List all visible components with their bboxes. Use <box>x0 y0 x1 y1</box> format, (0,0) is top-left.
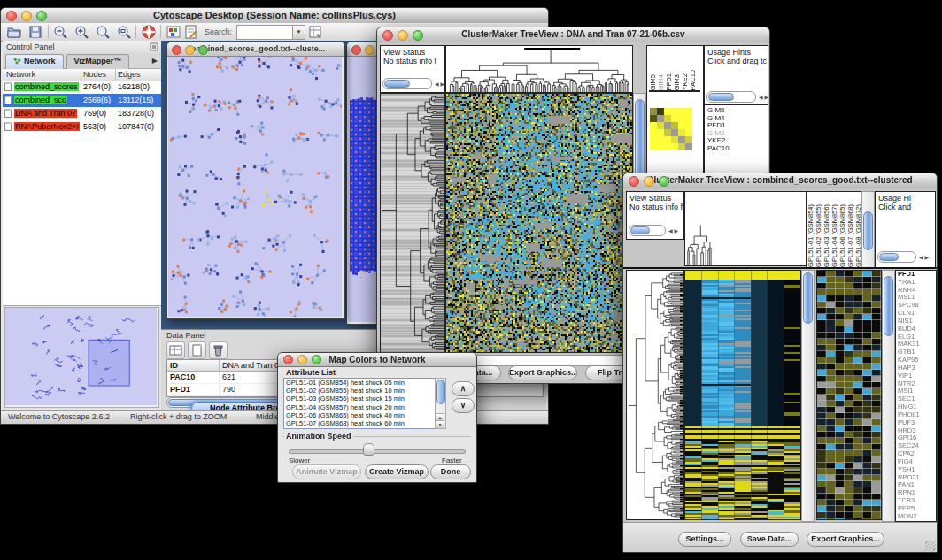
dna-column-label[interactable]: GIM3 <box>673 74 681 90</box>
combined-column-label[interactable]: GPL51-01 (GSM854) <box>807 204 815 267</box>
combined-action-button[interactable]: Settings... <box>678 532 731 547</box>
dialog-button[interactable]: Animate Vizmap <box>292 464 361 479</box>
network-edges: 183728(0) <box>118 107 154 120</box>
main-traffic-lights[interactable] <box>6 11 47 21</box>
network-list-empty[interactable] <box>3 135 161 306</box>
combined-action-button[interactable]: Save Data... <box>740 532 799 547</box>
dna-column-dendrogram[interactable] <box>445 45 633 93</box>
combined-action-button[interactable]: Export Graphics... <box>807 532 884 547</box>
combined-view-status-panel: View StatusNo status info f ◀▶ <box>626 191 684 240</box>
combined-column-label[interactable]: GPL51-04 (GSM857) <box>830 204 838 267</box>
search-dropdown-icon[interactable]: ▼ <box>292 25 305 40</box>
gene-label[interactable]: MON2 <box>896 513 936 521</box>
network-file-icon <box>4 82 13 91</box>
attribute-list[interactable]: GPL51-01 (GSM854) heat shock 05 minGPL51… <box>283 378 446 429</box>
combined-status-scrollbar[interactable]: ◀▶ <box>629 226 680 235</box>
dna-similarity-matrix[interactable] <box>650 108 692 150</box>
float-panel-icon[interactable] <box>150 42 158 51</box>
annotation-icon[interactable] <box>183 24 199 40</box>
dna-column-label[interactable]: GIM5 <box>649 74 657 90</box>
combined-column-label[interactable]: GPL51-07 (GSM868) <box>846 204 854 267</box>
dna-column-label[interactable]: YKE2 <box>681 73 689 90</box>
zoom-fit-icon[interactable] <box>95 24 111 40</box>
dna-status-scrollbar[interactable]: ◀▶ <box>382 79 446 88</box>
window1-traffic-lights[interactable] <box>172 45 208 55</box>
network-name: DNA and Tran 07 <box>14 107 83 120</box>
dna-column-label[interactable]: GIM4 <box>657 74 665 90</box>
network-view-window-1: combined_scores_good.txt--cluste... <box>166 42 345 319</box>
dna-usage-scrollbar[interactable]: ◀▶ <box>706 92 770 102</box>
move-down-button[interactable]: ∨ <box>452 398 475 413</box>
tabs-more-icon[interactable]: ▶ <box>152 53 158 68</box>
dialog-button[interactable]: Done <box>430 464 471 479</box>
attribute-list-scrollbar[interactable]: ▲ ▼ <box>435 378 446 429</box>
combined-column-label[interactable]: GPL51-03 (GSM856) <box>822 204 830 267</box>
combined-usage-scrollbar[interactable]: ◀▶ <box>877 252 930 262</box>
search-input[interactable] <box>236 25 297 40</box>
save-icon[interactable] <box>27 24 43 40</box>
network-edges: 107847(0) <box>118 120 154 134</box>
resize-grip[interactable] <box>925 541 936 551</box>
combined-zoom-scrollbar[interactable] <box>882 270 895 522</box>
dna-column-label[interactable]: PFD1 <box>665 73 673 90</box>
control-panel-tabs: Network VizMapper™ ▶ <box>3 53 161 69</box>
network-nodes: 769(0) <box>83 107 106 120</box>
combined-zoom-heatmap[interactable] <box>816 270 882 520</box>
control-panel: Control Panel Network VizMapper™ ▶ Netwo… <box>3 41 162 411</box>
dialog-button[interactable]: Create Vizmap <box>365 464 429 479</box>
combined-row-dendrogram[interactable] <box>626 270 684 520</box>
combined-heatmap[interactable] <box>684 270 801 520</box>
import-table-icon[interactable] <box>307 24 323 40</box>
combined-heatmap-scrollbar[interactable] <box>801 270 815 522</box>
zoom-in-icon[interactable] <box>73 24 89 40</box>
network-row[interactable]: DNA and Tran 07 769(0) 183728(0) <box>3 107 161 120</box>
treeview-combined-traffic-lights[interactable] <box>629 176 669 187</box>
main-window-titlebar[interactable]: Cytoscape Desktop (Session Name: collins… <box>1 8 548 24</box>
attribute-item[interactable]: GPL51-04 (GSM857) heat shock 20 min <box>284 403 445 411</box>
combined-column-label[interactable]: GPL51-06 (GSM865) <box>838 204 846 267</box>
zoom-selected-icon[interactable] <box>116 24 132 40</box>
dna-action-button[interactable]: Export Graphics... <box>508 365 577 380</box>
treeview-combined-titlebar[interactable]: ClusterMaker TreeView : combined_scores_… <box>623 173 937 188</box>
animation-speed-slider[interactable] <box>289 449 466 454</box>
move-up-button[interactable]: ∧ <box>452 381 475 396</box>
network-view1-canvas[interactable] <box>168 57 342 317</box>
open-folder-icon[interactable] <box>6 24 22 40</box>
attribute-table-icon[interactable] <box>166 341 185 359</box>
network-row[interactable]: combined_scores 2764(0) 16218(0) <box>3 81 161 94</box>
network-row[interactable]: combined_sco 2569(6) 13112(15) <box>3 94 161 107</box>
combined-column-dendrogram[interactable] <box>684 191 807 266</box>
network-nodes: 2569(6) <box>83 94 111 107</box>
delete-attribute-icon[interactable] <box>209 341 228 359</box>
network-row[interactable]: RNAPuberNov2+I 563(0) 107847(0) <box>3 120 161 134</box>
network-table-header[interactable]: Network Nodes Edges <box>3 69 161 81</box>
attribute-item[interactable]: GPL51-06 (GSM865) heat shock 40 min <box>284 411 445 419</box>
treeview-dna-traffic-lights[interactable] <box>382 30 423 41</box>
dna-row-label[interactable]: PAC10 <box>707 145 730 153</box>
scroll-down-icon[interactable]: ▼ <box>436 420 444 428</box>
attribute-item[interactable]: GPL51-02 (GSM855) heat shock 10 min <box>284 387 445 395</box>
status-zoom-hint: Right-click + drag to ZOOM <box>130 412 227 421</box>
attribute-item[interactable]: GPL51-03 (GSM856) heat shock 15 min <box>284 395 445 403</box>
dna-heatmap[interactable] <box>445 93 633 353</box>
attribute-item[interactable]: GPL51-01 (GSM854) heat shock 05 min <box>284 379 445 387</box>
attribute-item[interactable]: GPL51-07 (GSM868) heat shock 60 min <box>284 419 445 427</box>
vizmapper-icon[interactable] <box>166 24 181 40</box>
network-name: combined_sco <box>14 94 83 107</box>
combined-top-scrollbar[interactable] <box>861 191 875 268</box>
status-welcome: Welcome to Cytoscape 2.6.2 <box>8 412 110 421</box>
tab-network[interactable]: Network <box>5 54 64 69</box>
dna-row-dendrogram[interactable] <box>380 93 445 353</box>
slider-thumb[interactable] <box>363 443 374 456</box>
help-lifering-icon[interactable] <box>141 24 157 40</box>
zoom-out-icon[interactable] <box>52 24 68 40</box>
treeview-dna-titlebar[interactable]: ClusterMaker TreeView : DNA and Tran 07-… <box>377 27 769 42</box>
network-nodes: 2764(0) <box>83 81 111 94</box>
new-attribute-icon[interactable] <box>188 341 206 359</box>
dna-column-label[interactable]: PAC10 <box>689 70 697 90</box>
combined-column-label[interactable]: GPL51-02 (GSM855) <box>815 204 822 267</box>
tab-vizmapper[interactable]: VizMapper™ <box>66 54 130 69</box>
screen: { "window_title": "Cytoscape Desktop (Se… <box>0 0 942 560</box>
network-overview-canvas[interactable] <box>5 308 157 405</box>
minimize-icon <box>21 11 32 21</box>
